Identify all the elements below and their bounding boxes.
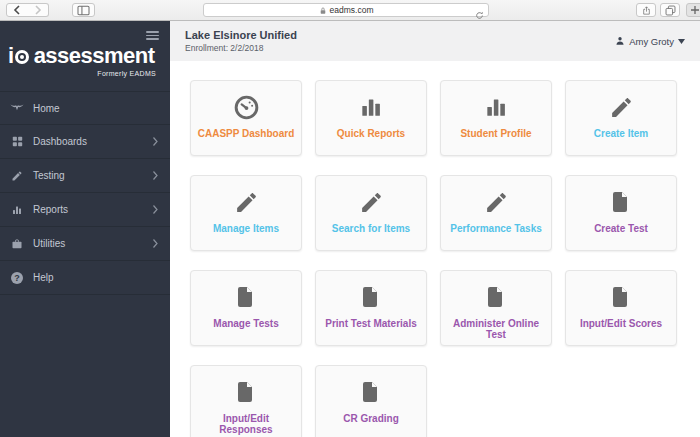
user-name: Amy Groty <box>629 36 674 47</box>
card-manage-items[interactable]: Manage Items <box>190 175 302 251</box>
sidebar-item-home[interactable]: Home <box>0 91 170 125</box>
chevron-left-icon <box>13 5 21 15</box>
sidebar-item-reports[interactable]: Reports <box>0 193 170 227</box>
pencil-icon <box>359 188 384 216</box>
card-label: Search for Items <box>328 223 414 234</box>
sidebar-item-label: Reports <box>33 204 153 215</box>
sidebar-toggle-icon <box>77 5 90 16</box>
lock-icon <box>319 6 327 15</box>
file-icon <box>609 283 633 311</box>
user-icon <box>615 36 625 46</box>
reload-icon <box>475 11 484 20</box>
dashboards-icon <box>10 136 24 147</box>
pencil-icon <box>609 93 634 121</box>
submenu-chevron-icon <box>153 205 158 214</box>
card-caaspp-dashboard[interactable]: CAASPP Dashboard <box>190 80 302 156</box>
card-print-test-materials[interactable]: Print Test Materials <box>315 270 427 346</box>
browser-forward-button[interactable] <box>27 3 49 17</box>
file-icon <box>359 378 383 406</box>
hamburger-menu-icon[interactable] <box>146 29 159 42</box>
card-manage-tests[interactable]: Manage Tests <box>190 270 302 346</box>
card-label: Input/Edit Scores <box>576 318 666 329</box>
browser-sidebar-toggle-button[interactable] <box>72 3 95 17</box>
card-label: Quick Reports <box>333 128 409 139</box>
card-input-edit-scores[interactable]: Input/Edit Scores <box>565 270 677 346</box>
card-cr-grading[interactable]: CR Grading <box>315 365 427 437</box>
card-label: Input/Edit Responses <box>191 413 301 435</box>
plus-icon <box>691 6 699 14</box>
pencil-icon <box>234 188 259 216</box>
card-label: Performance Tasks <box>446 223 546 234</box>
card-student-profile[interactable]: Student Profile <box>440 80 552 156</box>
card-label: Administer Online Test <box>441 318 551 340</box>
file-icon <box>359 283 383 311</box>
sidebar-item-utilities[interactable]: Utilities <box>0 227 170 261</box>
bar-chart-icon <box>358 93 384 121</box>
sidebar-item-label: Dashboards <box>33 136 153 147</box>
sidebar-item-testing[interactable]: Testing <box>0 159 170 193</box>
pencil-icon <box>10 170 24 182</box>
tabs-icon <box>665 5 676 16</box>
card-quick-reports[interactable]: Quick Reports <box>315 80 427 156</box>
bar-chart-icon <box>10 204 24 216</box>
card-input-edit-responses[interactable]: Input/Edit Responses <box>190 365 302 437</box>
card-label: Create Test <box>590 223 652 234</box>
question-icon: ? <box>10 272 24 284</box>
card-create-test[interactable]: Create Test <box>565 175 677 251</box>
sidebar-item-label: Utilities <box>33 238 153 249</box>
bar-chart-icon <box>483 93 509 121</box>
card-label: Manage Items <box>209 223 283 234</box>
briefcase-icon <box>10 238 24 250</box>
logo-i: i <box>8 43 14 69</box>
card-label: CR Grading <box>339 413 403 424</box>
file-icon <box>234 378 258 406</box>
sidebar-item-label: Help <box>33 272 158 283</box>
reload-button[interactable] <box>475 6 484 24</box>
url-text: eadms.com <box>330 5 374 15</box>
new-tab-button[interactable] <box>686 3 700 17</box>
sidebar: iassessment Formerly EADMS Home Dashboar… <box>0 21 170 437</box>
tab-overview-button[interactable] <box>660 3 680 17</box>
card-label: CAASPP Dashboard <box>194 128 299 139</box>
caret-down-icon <box>678 39 685 44</box>
card-label: Student Profile <box>456 128 535 139</box>
home-icon <box>10 103 24 114</box>
sidebar-item-dashboards[interactable]: Dashboards <box>0 125 170 159</box>
submenu-chevron-icon <box>153 137 158 146</box>
app-logo: iassessment Formerly EADMS <box>0 21 170 87</box>
card-performance-tasks[interactable]: Performance Tasks <box>440 175 552 251</box>
logo-tagline: Formerly EADMS <box>8 70 158 77</box>
enrollment-date: Enrollment: 2/2/2018 <box>185 43 297 53</box>
file-icon <box>609 188 633 216</box>
sidebar-item-label: Home <box>33 103 158 114</box>
gauge-icon <box>233 93 260 121</box>
card-administer-online-test[interactable]: Administer Online Test <box>440 270 552 346</box>
logo-target-icon <box>15 50 29 64</box>
sidebar-item-help[interactable]: ? Help <box>0 261 170 295</box>
page-header: Lake Elsinore Unified Enrollment: 2/2/20… <box>170 21 700 61</box>
logo-word: assessment <box>34 43 155 69</box>
district-title: Lake Elsinore Unified <box>185 29 297 41</box>
submenu-chevron-icon <box>153 171 158 180</box>
user-menu[interactable]: Amy Groty <box>615 36 685 47</box>
card-grid: CAASPP Dashboard Quick Reports Student P… <box>190 80 700 437</box>
card-search-for-items[interactable]: Search for Items <box>315 175 427 251</box>
card-label: Create Item <box>590 128 652 139</box>
file-icon <box>484 283 508 311</box>
submenu-chevron-icon <box>153 239 158 248</box>
dashboard-content: CAASPP Dashboard Quick Reports Student P… <box>170 61 700 437</box>
share-icon <box>642 5 651 16</box>
card-label: Manage Tests <box>209 318 282 329</box>
chevron-right-icon <box>34 5 42 15</box>
address-bar[interactable]: eadms.com <box>203 3 489 17</box>
pencil-icon <box>484 188 509 216</box>
share-button[interactable] <box>636 3 656 17</box>
file-icon <box>234 283 258 311</box>
browser-back-button[interactable] <box>6 3 28 17</box>
browser-chrome: eadms.com <box>0 0 700 21</box>
sidebar-item-label: Testing <box>33 170 153 181</box>
card-create-item[interactable]: Create Item <box>565 80 677 156</box>
card-label: Print Test Materials <box>321 318 421 329</box>
